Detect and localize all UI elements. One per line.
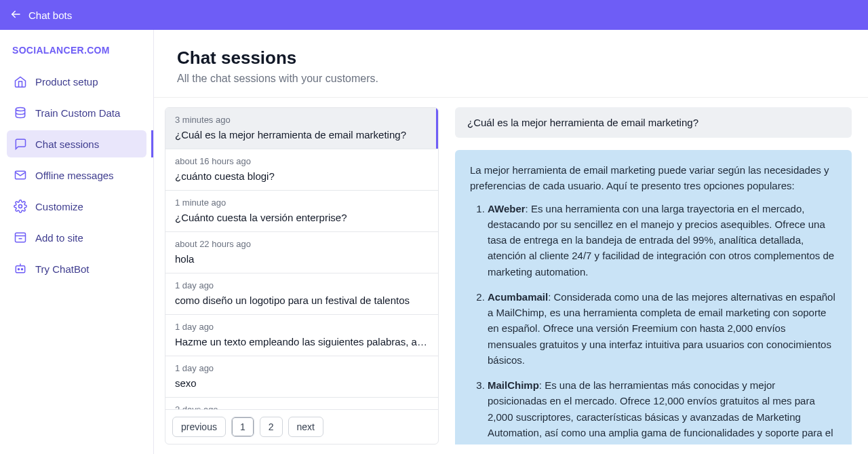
session-item[interactable]: 1 minute ago¿Cuánto cuesta la versión en… [165, 191, 438, 232]
answer-list-item: MailChimp: Es una de las herramientas má… [488, 377, 837, 444]
session-item[interactable]: 2 days ago [165, 398, 438, 409]
next-page-button[interactable]: next [288, 417, 323, 437]
svg-point-9 [22, 269, 23, 270]
session-preview: ¿cuánto cuesta blogi? [175, 170, 429, 182]
session-time: 2 days ago [175, 404, 429, 409]
page-header: Chat sessions All the chat sessions with… [154, 30, 868, 97]
gear-icon [14, 200, 27, 213]
nav-customize[interactable]: Customize [7, 193, 146, 220]
bot-icon [14, 262, 27, 276]
session-pager: previous 1 2 next [165, 409, 438, 444]
session-item[interactable]: 1 day agoHazme un texto empleando las si… [165, 315, 438, 356]
embed-icon [14, 231, 27, 244]
brand-name: SOCIALANCER.COM [7, 45, 146, 68]
nav-label: Add to site [35, 232, 83, 244]
session-time: 3 minutes ago [175, 115, 429, 125]
session-item[interactable]: 1 day agocomo diseño un logotipo para un… [165, 273, 438, 315]
session-detail: ¿Cuál es la mejor herramienta de email m… [439, 98, 868, 444]
session-time: about 16 hours ago [175, 156, 429, 166]
session-item[interactable]: 1 day agosexo [165, 356, 438, 398]
nav-try-chatbot[interactable]: Try ChatBot [7, 255, 146, 282]
main-content: Chat sessions All the chat sessions with… [154, 30, 868, 454]
prev-page-button[interactable]: previous [172, 417, 226, 437]
svg-point-8 [18, 269, 20, 270]
page-1-button[interactable]: 1 [231, 417, 254, 437]
session-item[interactable]: 3 minutes ago¿Cuál es la mejor herramien… [165, 108, 438, 149]
nav-chat-sessions[interactable]: Chat sessions [7, 130, 146, 157]
nav-label: Chat sessions [35, 138, 99, 150]
page-title: Chat sessions [177, 48, 845, 69]
svg-rect-4 [16, 233, 26, 242]
sessions-list: 3 minutes ago¿Cuál es la mejor herramien… [165, 108, 438, 409]
nav-add-to-site[interactable]: Add to site [7, 224, 146, 251]
nav-label: Offline messages [35, 170, 114, 181]
svg-point-1 [16, 108, 24, 111]
session-time: about 22 hours ago [175, 239, 429, 249]
answer-list-item: Acumbamail: Considerada como una de las … [488, 289, 837, 368]
nav-label: Train Custom Data [35, 107, 120, 119]
nav-label: Try ChatBot [35, 263, 89, 275]
session-preview: sexo [175, 377, 429, 389]
user-question-bubble: ¿Cuál es la mejor herramienta de email m… [455, 107, 852, 138]
page-subtitle: All the chat sessions with your customer… [177, 73, 845, 85]
session-time: 1 minute ago [175, 197, 429, 208]
sidebar: SOCIALANCER.COM Product setup Train Cust… [0, 30, 154, 454]
topbar: Chat bots [0, 0, 868, 30]
session-preview: como diseño un logotipo para un festival… [175, 295, 429, 306]
sessions-panel: 3 minutes ago¿Cuál es la mejor herramien… [165, 107, 439, 444]
session-time: 1 day ago [175, 363, 429, 373]
session-item[interactable]: about 16 hours ago¿cuánto cuesta blogi? [165, 149, 438, 191]
session-preview: ¿Cuánto cuesta la versión enterprise? [175, 212, 429, 223]
session-time: 1 day ago [175, 280, 429, 290]
svg-point-3 [19, 205, 22, 208]
back-arrow-icon[interactable] [9, 8, 22, 22]
nav-product-setup[interactable]: Product setup [7, 68, 146, 95]
svg-rect-7 [16, 266, 24, 273]
chat-icon [14, 137, 27, 151]
data-icon [14, 106, 27, 119]
answer-list-item: AWeber: Es una herramienta con una larga… [488, 201, 837, 280]
topbar-title: Chat bots [28, 10, 72, 21]
session-preview: ¿Cuál es la mejor herramienta de email m… [175, 129, 429, 140]
session-preview: hola [175, 253, 429, 265]
home-icon [14, 75, 27, 88]
session-item[interactable]: about 22 hours agohola [165, 232, 438, 273]
answer-intro: La mejor herramienta de email marketing … [470, 162, 837, 194]
nav-label: Customize [35, 201, 83, 212]
mail-icon [14, 168, 27, 182]
bot-answer-bubble: La mejor herramienta de email marketing … [455, 150, 852, 444]
nav-label: Product setup [35, 76, 98, 88]
session-preview: Hazme un texto empleando las siguientes … [175, 336, 429, 347]
page-2-button[interactable]: 2 [260, 417, 283, 437]
nav-train-data[interactable]: Train Custom Data [7, 99, 146, 126]
session-time: 1 day ago [175, 322, 429, 332]
nav-offline-messages[interactable]: Offline messages [7, 162, 146, 189]
